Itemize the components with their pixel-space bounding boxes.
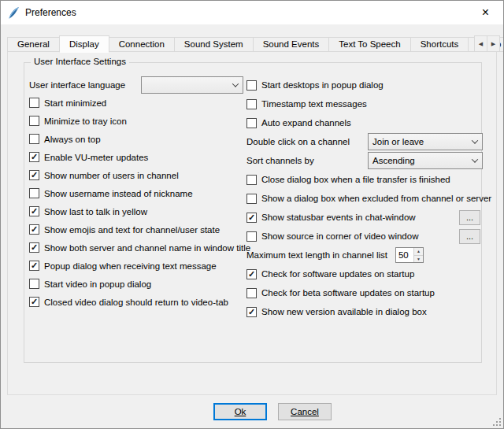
checkbox-label[interactable]: Show new version available in dialog box — [261, 307, 427, 316]
checkbox-box[interactable] — [246, 194, 257, 204]
tab-connection[interactable]: Connection — [109, 37, 175, 52]
checkbox-dialog-when-excluded[interactable]: Show a dialog box when excluded from cha… — [246, 189, 483, 208]
sort-channels-row: Sort channels by Ascending — [246, 151, 483, 170]
checkbox-label[interactable]: Show number of users in channel — [44, 171, 179, 180]
checkbox-close-on-transfer-finished[interactable]: Close dialog box when a file transfer is… — [246, 170, 483, 189]
statusbar-events-more-button[interactable]: ... — [459, 210, 480, 225]
tab-text-to-speech[interactable]: Text To Speech — [328, 37, 410, 52]
checkbox-box[interactable]: ✓ — [29, 261, 39, 271]
tab-general[interactable]: General — [7, 37, 60, 52]
checkbox-label[interactable]: Show both server and channel name in win… — [44, 243, 250, 253]
statusbar-events-row: ✓ Show statusbar events in chat-window .… — [246, 208, 483, 227]
video-source-more-button[interactable]: ... — [459, 229, 480, 244]
checkbox-box[interactable]: ✓ — [29, 224, 39, 235]
checkbox-label[interactable]: Start minimized — [44, 98, 106, 108]
tab-scroll-buttons: ◀ ▶ — [474, 35, 500, 52]
checkbox-label[interactable]: Start desktops in popup dialog — [261, 80, 384, 90]
checkbox-box[interactable] — [29, 98, 39, 108]
sort-channels-select[interactable]: Ascending — [368, 152, 483, 169]
max-text-length-value[interactable]: 50 — [396, 248, 413, 262]
checkbox-label[interactable]: Show a dialog box when excluded from cha… — [261, 194, 491, 203]
user-interface-settings-group: User Interface Settings User interface l… — [24, 62, 482, 363]
sort-channels-label: Sort channels by — [246, 156, 314, 165]
checkbox-label[interactable]: Enable VU-meter updates — [44, 153, 148, 162]
max-text-length-spinner[interactable]: 50 ▲ ▼ — [395, 247, 424, 263]
display-tab-pane: User Interface Settings User interface l… — [7, 51, 497, 395]
checkbox-always-on-top[interactable]: Always on top — [29, 130, 246, 148]
checkbox-box[interactable] — [246, 231, 257, 242]
checkbox-server-channel-in-title[interactable]: ✓ Show both server and channel name in w… — [29, 239, 246, 257]
checkbox-label[interactable]: Show statusbar events in chat-window — [261, 213, 416, 222]
checkbox-emojis-text-state[interactable]: ✓ Show emojis and text for channel/user … — [29, 220, 246, 239]
spin-up-icon[interactable]: ▲ — [414, 248, 423, 256]
tab-shortcuts[interactable]: Shortcuts — [410, 37, 469, 52]
checkbox-box[interactable] — [29, 134, 39, 144]
checkbox-minimize-to-tray[interactable]: Minimize to tray icon — [29, 112, 246, 130]
checkbox-box[interactable]: ✓ — [246, 307, 257, 317]
chevron-down-icon — [467, 134, 482, 150]
checkbox-label[interactable]: Always on top — [44, 135, 101, 144]
tab-sound-system[interactable]: Sound System — [174, 37, 254, 52]
title-bar[interactable]: Preferences × — [1, 1, 503, 24]
checkbox-box[interactable] — [246, 288, 257, 298]
checkbox-box[interactable] — [246, 175, 257, 185]
sort-channels-select-value: Ascending — [369, 156, 467, 165]
checkbox-box[interactable] — [246, 80, 257, 91]
checkbox-box[interactable]: ✓ — [29, 170, 39, 180]
checkbox-label[interactable]: Timestamp text messages — [261, 99, 367, 109]
double-click-select[interactable]: Join or leave — [368, 133, 483, 150]
checkbox-timestamp-messages[interactable]: Timestamp text messages — [246, 94, 483, 113]
close-icon[interactable]: × — [468, 1, 503, 24]
window-title: Preferences — [25, 7, 76, 18]
tab-sound-events[interactable]: Sound Events — [253, 37, 330, 52]
checkbox-box[interactable] — [246, 118, 257, 128]
checkbox-video-popup-dialog[interactable]: Start video in popup dialog — [29, 275, 246, 293]
cancel-button[interactable]: Cancel — [278, 403, 332, 420]
checkbox-vu-meter-updates[interactable]: ✓ Enable VU-meter updates — [29, 148, 246, 166]
checkbox-box[interactable] — [29, 279, 39, 289]
spin-down-icon[interactable]: ▼ — [414, 256, 423, 263]
checkbox-show-user-count[interactable]: ✓ Show number of users in channel — [29, 166, 246, 184]
checkbox-start-minimized[interactable]: Start minimized — [29, 94, 246, 112]
tab-display[interactable]: Display — [59, 35, 109, 53]
checkbox-show-new-version-dialog[interactable]: ✓ Show new version available in dialog b… — [246, 302, 483, 321]
resize-grip[interactable] — [491, 416, 502, 427]
checkbox-box[interactable]: ✓ — [29, 297, 39, 307]
checkbox-box[interactable]: ✓ — [246, 213, 257, 223]
tab-scroll-left-icon[interactable]: ◀ — [474, 35, 487, 52]
checkbox-check-updates[interactable]: ✓ Check for software updates on startup — [246, 264, 483, 283]
language-select[interactable] — [141, 76, 243, 94]
checkbox-label[interactable]: Show last to talk in yellow — [44, 207, 147, 216]
checkbox-label[interactable]: Show source in corner of video window — [261, 231, 418, 241]
cancel-button-label: Cancel — [291, 407, 319, 416]
checkbox-auto-expand-channels[interactable]: Auto expand channels — [246, 113, 483, 132]
checkbox-desktops-popup[interactable]: Start desktops in popup dialog — [246, 76, 483, 94]
checkbox-box[interactable] — [246, 99, 257, 109]
checkbox-label[interactable]: Auto expand channels — [261, 118, 351, 128]
checkbox-label[interactable]: Show username instead of nickname — [44, 189, 193, 198]
tab-scroll-right-icon[interactable]: ▶ — [487, 35, 500, 52]
checkbox-label[interactable]: Start video in popup dialog — [44, 279, 151, 289]
checkbox-popup-text-message[interactable]: ✓ Popup dialog when receiving text messa… — [29, 257, 246, 275]
chevron-down-icon — [467, 153, 482, 168]
checkbox-box[interactable]: ✓ — [29, 242, 39, 253]
max-text-length-row: Maximum text length in channel list 50 ▲… — [246, 246, 483, 264]
checkbox-label[interactable]: Close dialog box when a file transfer is… — [261, 175, 450, 184]
checkbox-label[interactable]: Check for software updates on startup — [261, 269, 414, 279]
checkbox-box[interactable] — [29, 188, 39, 198]
checkbox-label[interactable]: Minimize to tray icon — [44, 116, 127, 126]
checkbox-last-to-talk-yellow[interactable]: ✓ Show last to talk in yellow — [29, 202, 246, 220]
checkbox-show-username[interactable]: Show username instead of nickname — [29, 184, 246, 202]
checkbox-label[interactable]: Check for beta software updates on start… — [261, 288, 435, 298]
checkbox-closed-video-return[interactable]: ✓ Closed video dialog should return to v… — [29, 293, 246, 311]
checkbox-box[interactable]: ✓ — [246, 269, 257, 279]
checkbox-check-beta-updates[interactable]: Check for beta software updates on start… — [246, 283, 483, 302]
checkbox-label[interactable]: Closed video dialog should return to vid… — [44, 298, 228, 307]
checkbox-box[interactable] — [29, 116, 39, 126]
checkbox-label[interactable]: Show emojis and text for channel/user st… — [44, 225, 220, 235]
checkbox-label[interactable]: Popup dialog when receiving text message — [44, 261, 217, 271]
checkbox-box[interactable]: ✓ — [29, 206, 39, 216]
checkbox-box[interactable]: ✓ — [29, 152, 39, 162]
double-click-row: Double click on a channel Join or leave — [246, 132, 483, 151]
ok-button[interactable]: Ok — [213, 403, 267, 420]
